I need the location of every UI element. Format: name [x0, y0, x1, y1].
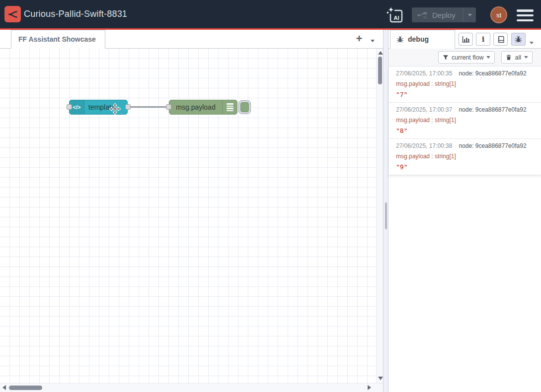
debug-clear-button[interactable]: all [501, 51, 533, 64]
message-node-id: node: 9cea886877e0fa92 [459, 106, 526, 113]
chevron-down-icon [371, 40, 375, 42]
debug-input-port[interactable] [166, 104, 171, 110]
add-flow-button[interactable]: + [352, 32, 367, 47]
instance-title: Curious-Pallid-Swift-8831 [24, 0, 127, 28]
scroll-left-icon[interactable] [2, 385, 6, 390]
vertical-scrollbar-thumb[interactable] [378, 57, 382, 84]
deploy-button[interactable]: Deploy [412, 7, 476, 22]
sidebar-tab-help-button[interactable] [493, 33, 508, 46]
scroll-down-icon[interactable] [378, 377, 383, 380]
bug-icon [515, 36, 522, 43]
message-node-id: node: 9cea886877e0fa92 [459, 142, 526, 149]
info-icon: i [482, 36, 485, 43]
flowfuse-logo-icon [4, 6, 21, 22]
deploy-icon [417, 11, 427, 19]
menu-bar-icon [517, 14, 534, 17]
book-icon [497, 36, 505, 43]
sidebar-tab-info-button[interactable]: i [476, 33, 490, 46]
debug-message-list: 27/06/2025, 17:00:35 node: 9cea886877e0f… [388, 66, 541, 175]
chevron-down-icon [486, 56, 490, 59]
message-meta: 27/06/2025, 17:00:37 node: 9cea886877e0f… [396, 106, 534, 113]
splitter-grip-icon [385, 202, 387, 229]
menu-bar-icon [517, 9, 534, 12]
debug-enable-toggle[interactable] [238, 100, 251, 114]
message-timestamp: 27/06/2025, 17:00:37 [396, 106, 452, 113]
message-timestamp: 27/06/2025, 17:00:35 [396, 70, 452, 77]
wire-template-to-debug[interactable] [128, 106, 169, 108]
message-node-id: node: 9cea886877e0fa92 [459, 70, 526, 77]
sidebar-tab-debug-button[interactable] [511, 33, 526, 46]
chart-icon [462, 36, 470, 43]
main-menu-button[interactable] [517, 9, 534, 21]
header: Curious-Pallid-Swift-8831 AI Deploy [0, 0, 541, 30]
sidebar-tab-debug[interactable]: debug [390, 30, 455, 49]
debug-filter-button[interactable]: current flow [438, 51, 495, 64]
message-property-path[interactable]: msg.payload : string[1] [396, 80, 534, 87]
message-timestamp: 27/06/2025, 17:00:38 [396, 142, 452, 149]
canvas-horizontal-scrollbar[interactable] [0, 383, 384, 392]
clear-scope-label: all [515, 54, 521, 61]
message-property-path[interactable]: msg.payload : string[1] [396, 117, 534, 124]
funnel-icon [443, 55, 449, 61]
node-red-editor: Curious-Pallid-Swift-8831 AI Deploy [0, 0, 541, 392]
deploy-label: Deploy [432, 11, 463, 19]
trash-icon [506, 54, 512, 61]
sidebar-tabs-caret[interactable] [530, 37, 534, 46]
debug-message[interactable]: 27/06/2025, 17:00:37 node: 9cea886877e0f… [388, 103, 541, 139]
ai-label: AI [393, 15, 399, 21]
flow-list-caret[interactable] [371, 35, 375, 44]
chevron-down-icon [468, 14, 472, 16]
message-value: "9" [396, 163, 534, 171]
debug-message[interactable]: 27/06/2025, 17:00:38 node: 9cea886877e0f… [388, 139, 541, 175]
scroll-up-icon[interactable] [378, 51, 383, 55]
debug-output-lines-icon [222, 100, 237, 114]
deploy-options-caret[interactable] [463, 7, 476, 22]
message-value: "7" [396, 91, 534, 98]
canvas-vertical-scrollbar[interactable] [376, 49, 384, 383]
scroll-right-icon[interactable] [368, 385, 371, 390]
bug-icon [396, 36, 404, 43]
node-debug[interactable]: msg.payload [169, 100, 237, 115]
message-property-path[interactable]: msg.payload : string[1] [396, 153, 534, 160]
template-output-port[interactable] [125, 104, 131, 110]
sidebar-splitter[interactable] [383, 30, 388, 392]
node-label: msg.payload [172, 100, 219, 114]
user-avatar[interactable]: st [490, 6, 507, 23]
debug-filter-toolbar: current flow all [388, 49, 541, 66]
chevron-down-icon [524, 56, 528, 59]
template-input-port[interactable] [67, 104, 72, 110]
message-meta: 27/06/2025, 17:00:38 node: 9cea886877e0f… [396, 142, 534, 149]
workspace-tab-bar: FF Assistant Showcase + [0, 30, 384, 49]
tab-ff-assistant-showcase[interactable]: FF Assistant Showcase [11, 30, 105, 49]
ai-assistant-button[interactable]: AI [386, 6, 403, 23]
message-meta: 27/06/2025, 17:00:35 node: 9cea886877e0f… [396, 70, 534, 77]
debug-message[interactable]: 27/06/2025, 17:00:35 node: 9cea886877e0f… [388, 66, 541, 103]
sidebar: debug i [388, 30, 541, 392]
filter-label: current flow [452, 54, 484, 61]
sidebar-tab-dashboard-button[interactable] [459, 33, 473, 46]
chevron-down-icon [530, 42, 534, 44]
debug-toggle-state [240, 102, 249, 112]
sidebar-tab-bar: debug i [388, 30, 541, 49]
move-cursor-icon [109, 103, 121, 115]
horizontal-scrollbar-thumb[interactable] [9, 386, 42, 390]
sidebar-tab-label: debug [408, 35, 429, 43]
flow-canvas[interactable]: </> template msg.payload [0, 49, 376, 383]
message-value: "8" [396, 127, 534, 134]
avatar-initials: st [496, 11, 501, 19]
menu-bar-icon [517, 19, 534, 22]
